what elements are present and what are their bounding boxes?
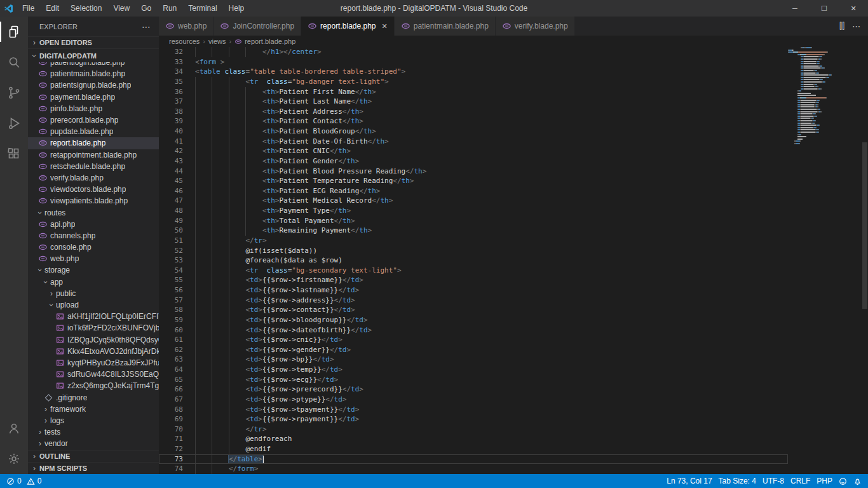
code-line-62[interactable]: 62<td>{{$row->gender}}</td> xyxy=(159,345,788,355)
tree-file-patientmain-blade-php[interactable]: patientmain.blade.php xyxy=(28,68,159,79)
encoding-indicator[interactable]: UTF-8 xyxy=(763,477,784,485)
tree-file-web-php[interactable]: web.php xyxy=(28,253,159,264)
code-line-70[interactable]: 70</tr> xyxy=(159,424,788,435)
problems-indicator[interactable]: 0 0 xyxy=(6,477,41,485)
tree-folder-framework[interactable]: ›framework xyxy=(28,403,159,415)
code-line-33[interactable]: 33<form > xyxy=(159,57,788,67)
code-line-63[interactable]: 63<td>{{$row->bp}}</td> xyxy=(159,355,788,365)
tab-joincontroller-php[interactable]: JoinController.php xyxy=(214,17,301,36)
code-line-50[interactable]: 50<th>Remaining Payment</th> xyxy=(159,226,788,236)
run-debug-icon[interactable] xyxy=(0,108,28,139)
code-line-57[interactable]: 57<td>{{$row->address}}</td> xyxy=(159,295,788,306)
tree-file-viewdoctors-blade-php[interactable]: viewdoctors.blade.php xyxy=(28,184,159,195)
notifications-bell-icon[interactable] xyxy=(853,477,862,485)
code-line-38[interactable]: 38<th>Patient Address</th> xyxy=(159,107,788,117)
eol-indicator[interactable]: CRLF xyxy=(790,477,810,485)
menu-selection[interactable]: Selection xyxy=(65,0,107,17)
tree-folder-storage[interactable]: ›storage xyxy=(28,264,159,276)
code-line-71[interactable]: 71@endforeach xyxy=(159,434,788,444)
account-icon[interactable] xyxy=(0,413,28,444)
tree-file-payment-blade-php[interactable]: payment.blade.php xyxy=(28,92,159,103)
tree-file-console-php[interactable]: console.php xyxy=(28,241,159,253)
extensions-icon[interactable] xyxy=(0,139,28,169)
code-editor[interactable]: 32</h1></center>33<form >34<table class=… xyxy=(159,47,868,474)
tree-folder-app[interactable]: ›app xyxy=(28,276,159,288)
settings-gear-icon[interactable] xyxy=(0,444,28,474)
code-line-61[interactable]: 61<td>{{$row->cnic}}</td> xyxy=(159,335,788,345)
tab-report-blade-php[interactable]: report.blade.php✕ xyxy=(301,17,394,36)
menu-view[interactable]: View xyxy=(107,0,135,17)
tree-file-izbqgjcyq5k0th8qfqdsyca3xc-[interactable]: IZBQgJCyq5k0th8QFQdsyCA3xc... xyxy=(28,334,159,346)
code-line-46[interactable]: 46<th>Patient ECG Reading</th> xyxy=(159,186,788,196)
tree-file--gitignore[interactable]: .gitignore xyxy=(28,391,159,403)
code-line-34[interactable]: 34<table class="table table-bordered tab… xyxy=(159,67,788,77)
tree-file-verify-blade-php[interactable]: verify.blade.php xyxy=(28,172,159,184)
tree-file-pupdate-blade-php[interactable]: pupdate.blade.php xyxy=(28,126,159,137)
code-line-66[interactable]: 66<td>{{$row->prerecord}}</td> xyxy=(159,384,788,395)
menu-go[interactable]: Go xyxy=(135,0,157,17)
code-line-51[interactable]: 51</tr> xyxy=(159,236,788,246)
breadcrumb-item-resources[interactable]: resources xyxy=(169,37,200,45)
code-line-43[interactable]: 43<th>Patient Gender</th> xyxy=(159,156,788,166)
code-line-47[interactable]: 47<th>Patient Medical Record</th> xyxy=(159,196,788,206)
code-line-73[interactable]: 73</table> xyxy=(159,454,788,464)
code-line-52[interactable]: 52@if(isset($data)) xyxy=(159,246,788,256)
tree-file-retappointment-blade-php[interactable]: retappointment.blade.php xyxy=(28,149,159,161)
sidebar-actions-icon[interactable]: ⋯ xyxy=(142,22,151,32)
open-editors-section[interactable]: › OPEN EDITORS xyxy=(28,36,159,48)
search-icon[interactable] xyxy=(0,47,28,78)
tree-folder-logs[interactable]: ›logs xyxy=(28,415,159,426)
code-line-35[interactable]: 35<tr class="bg-danger text-light"> xyxy=(159,77,788,87)
tree-file-channels-php[interactable]: channels.php xyxy=(28,230,159,241)
tree-file-akhf1jif2iolfqltp0iercfivto7b-[interactable]: aKHf1jIf2IOLFQLtp0IErCFIVtO7B... xyxy=(28,311,159,322)
breadcrumb-item-report-blade-php[interactable]: report.blade.php xyxy=(234,37,295,45)
code-line-59[interactable]: 59<td>{{$row->bloodgroup}}</td> xyxy=(159,315,788,325)
code-line-67[interactable]: 67<td>{{$row->ptype}}</td> xyxy=(159,395,788,405)
tree-file-patientsignup-blade-php[interactable]: patientsignup.blade.php xyxy=(28,79,159,91)
code-line-69[interactable]: 69<td>{{$row->rpayment}}</td> xyxy=(159,414,788,424)
tab-size-indicator[interactable]: Tab Size: 4 xyxy=(719,477,756,485)
tab-web-php[interactable]: web.php xyxy=(159,17,213,36)
code-line-32[interactable]: 32</h1></center> xyxy=(159,47,788,57)
code-line-37[interactable]: 37<th>Patient Last Name</th> xyxy=(159,97,788,107)
minimap[interactable] xyxy=(788,47,862,474)
tree-file-kkx4etxoavoj2dnfjbjardktjudt-[interactable]: Kkx4EtxoAVOJ2dnfJbjArDkTjudt... xyxy=(28,346,159,357)
tree-file-z2xsq6mgcqjekajtrm4tg8i98y-[interactable]: z2xsQ6mgcQJeKajTrm4Tg8i98y... xyxy=(28,380,159,391)
code-line-56[interactable]: 56<td>{{$row->lastname}}</td> xyxy=(159,285,788,295)
close-tab-icon[interactable]: ✕ xyxy=(382,22,388,30)
code-line-72[interactable]: 72@endif xyxy=(159,444,788,454)
tree-file-prerecord-blade-php[interactable]: prerecord.blade.php xyxy=(28,114,159,126)
menu-edit[interactable]: Edit xyxy=(40,0,65,17)
tab-verify-blade-php[interactable]: verify.blade.php xyxy=(496,17,574,36)
explorer-icon[interactable] xyxy=(0,17,28,47)
code-line-48[interactable]: 48<th>Payment Type</th> xyxy=(159,206,788,216)
project-section[interactable]: › DIGITALOPDATM xyxy=(28,48,159,62)
npm-scripts-section[interactable]: › NPM SCRIPTS xyxy=(28,462,159,474)
scrollbar-thumb[interactable] xyxy=(862,142,867,309)
tree-file-sdrugw44c8il3jss0eaqoziqf8-[interactable]: sdRuGw44C8IL3JSS0EaQOzIqf8... xyxy=(28,369,159,380)
code-line-55[interactable]: 55<td>{{$row->firstname}}</td> xyxy=(159,275,788,285)
tree-file-api-php[interactable]: api.php xyxy=(28,219,159,230)
menu-run[interactable]: Run xyxy=(157,0,182,17)
tree-folder-upload[interactable]: ›upload xyxy=(28,299,159,311)
maximize-button[interactable]: ☐ xyxy=(810,0,839,17)
tree-folder-vendor[interactable]: ›vendor xyxy=(28,438,159,449)
code-line-40[interactable]: 40<th>Patient BloodGroup</th> xyxy=(159,126,788,137)
code-line-58[interactable]: 58<td>{{$row->contact}}</td> xyxy=(159,305,788,315)
code-line-44[interactable]: 44<th>Patient Blood Pressure Reading</th… xyxy=(159,166,788,177)
tree-folder-public[interactable]: ›public xyxy=(28,288,159,299)
code-line-60[interactable]: 60<td>{{$row->dateofbirth}}</td> xyxy=(159,325,788,336)
tree-file-kyqtphbyuozbzaj9fxjpfuqtfuzk-[interactable]: kyqtPHByuOzBzaJ9FxJPfuQtfuzK... xyxy=(28,357,159,369)
code-line-39[interactable]: 39<th>Patient Contact</th> xyxy=(159,116,788,126)
code-line-42[interactable]: 42<th>Patient CNIC</th> xyxy=(159,146,788,156)
tree-file-patientlogin-blade-php[interactable]: patientlogin.blade.php xyxy=(28,62,159,68)
tree-file-report-blade-php[interactable]: report.blade.php xyxy=(28,137,159,149)
close-button[interactable]: ✕ xyxy=(839,0,868,17)
tree-file-viewpatients-blade-php[interactable]: viewpatients.blade.php xyxy=(28,195,159,207)
code-line-45[interactable]: 45<th>Patient Temperature Reading</th> xyxy=(159,176,788,186)
code-line-74[interactable]: 74</form> xyxy=(159,464,788,474)
tree-folder-tests[interactable]: ›tests xyxy=(28,426,159,438)
menu-help[interactable]: Help xyxy=(223,0,250,17)
code-line-49[interactable]: 49<th>Total Payment</th> xyxy=(159,216,788,226)
split-editor-icon[interactable]: ⫿⫿ xyxy=(839,21,844,31)
